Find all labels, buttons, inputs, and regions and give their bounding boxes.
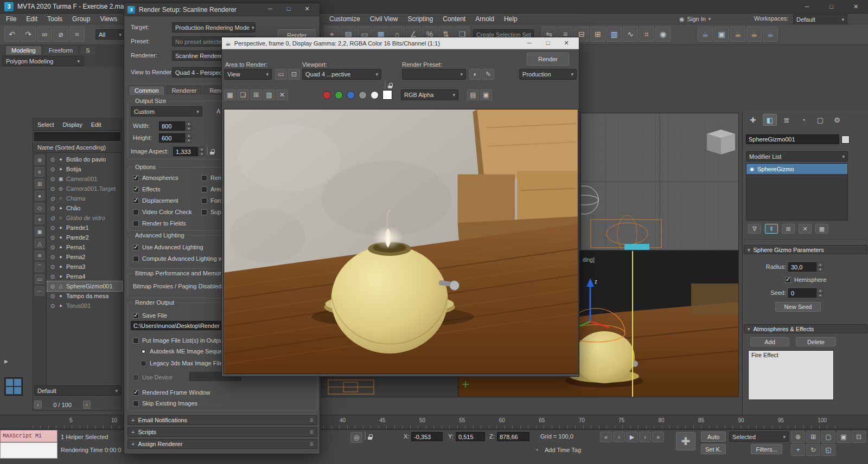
- undo-icon[interactable]: ↶: [4, 27, 20, 42]
- seed-field[interactable]: 0: [788, 288, 816, 298]
- visibility-eye-icon[interactable]: [48, 274, 57, 280]
- render-preset-dropdown[interactable]: [402, 69, 466, 80]
- zoom-region-icon[interactable]: ⊡: [852, 431, 866, 443]
- object-color-swatch[interactable]: [841, 136, 850, 144]
- filter-bones-icon[interactable]: ⌒: [35, 262, 44, 272]
- width-spinner[interactable]: [186, 121, 192, 131]
- visibility-eye-icon[interactable]: [48, 157, 57, 163]
- display-tab-icon[interactable]: ▢: [813, 114, 827, 126]
- go-to-start-icon[interactable]: «: [600, 431, 612, 442]
- auto-key-button[interactable]: Auto: [701, 431, 726, 442]
- area-to-render-dropdown[interactable]: View: [224, 69, 272, 80]
- set-key-button[interactable]: Set K.: [701, 444, 726, 454]
- use-device-checkbox[interactable]: Use Device: [133, 373, 173, 382]
- rfw-titlebar[interactable]: Perspective, frame 0, Display Gamma: 2,2…: [222, 37, 579, 49]
- visibility-eye-icon[interactable]: [48, 205, 57, 211]
- filter-groups-icon[interactable]: ▭: [35, 274, 44, 284]
- background-color-swatch[interactable]: [382, 90, 392, 100]
- production-dropdown[interactable]: Production: [519, 69, 577, 80]
- visibility-eye-icon[interactable]: [48, 244, 57, 250]
- option-checkbox[interactable]: Displacement: [133, 196, 192, 205]
- object-name-field[interactable]: SphereGizmo001: [746, 134, 839, 144]
- key-mode-toggle-button[interactable]: ✚: [676, 432, 695, 450]
- render-setup-icon[interactable]: ☕: [698, 27, 713, 42]
- schematic-view-icon[interactable]: ⌗: [639, 27, 654, 42]
- image-sequence-radio[interactable]: Legacy 3ds Max Image File: [141, 359, 223, 368]
- new-seed-button[interactable]: New Seed: [775, 302, 821, 312]
- visibility-eye-icon[interactable]: [48, 293, 57, 299]
- put-image-file-list-checkbox[interactable]: Put Image File List(s) in Output: [133, 336, 225, 345]
- channel-display-dropdown[interactable]: RGB Alpha: [401, 89, 458, 100]
- show-end-result-icon[interactable]: ‖: [765, 224, 778, 234]
- menu-item[interactable]: Help: [499, 15, 522, 23]
- select-and-link-icon[interactable]: ∞: [37, 27, 52, 42]
- collapsed-rollout[interactable]: Scripts: [127, 427, 317, 437]
- redo-icon[interactable]: ↷: [21, 27, 36, 42]
- maximize-dialog-button[interactable]: [279, 3, 298, 14]
- ribbon-tab[interactable]: S: [80, 46, 95, 55]
- rfw-render-button[interactable]: Render: [527, 53, 569, 66]
- add-time-tag[interactable]: Add Time Tag: [545, 447, 581, 453]
- pan-view-icon[interactable]: +: [791, 444, 805, 456]
- height-field[interactable]: 600: [159, 133, 185, 143]
- sign-in-button[interactable]: ◉ Sign In: [679, 14, 711, 24]
- isolate-selection-toggle[interactable]: ◎: [350, 432, 362, 443]
- radius-spinner[interactable]: [817, 262, 824, 272]
- filter-shapes-icon[interactable]: ◇: [35, 203, 44, 212]
- option-checkbox[interactable]: Compute Advanced Lighting wh: [133, 254, 226, 263]
- maximize-rfw-button[interactable]: [539, 37, 557, 48]
- viewport-top[interactable]: [580, 113, 739, 250]
- modifier-list-dropdown[interactable]: Modifier List: [746, 151, 848, 162]
- filter-geometry-icon[interactable]: ●: [35, 191, 44, 201]
- make-unique-icon[interactable]: ⊞: [782, 224, 795, 234]
- image-sequence-radio[interactable]: Autodesk ME Image Seque: [141, 347, 223, 356]
- visibility-eye-icon[interactable]: [48, 186, 57, 192]
- toggle-ui-overlays-icon[interactable]: ▤: [467, 89, 479, 100]
- skip-existing-images-checkbox[interactable]: Skip Existing Images: [133, 399, 197, 408]
- explorer-column-header[interactable]: Name (Sorted Ascending): [33, 143, 123, 153]
- option-checkbox[interactable]: Atmospherics: [133, 173, 192, 182]
- scene-object-row[interactable]: ◎ Camera001.Target: [47, 184, 122, 194]
- visibility-eye-icon[interactable]: [48, 166, 57, 172]
- orbit-icon[interactable]: ↻: [806, 444, 820, 456]
- edit-region-icon[interactable]: ▭: [275, 69, 287, 80]
- play-icon[interactable]: ▶: [626, 431, 638, 442]
- ribbon-tab[interactable]: Modeling: [5, 46, 42, 55]
- visibility-eye-icon[interactable]: [48, 254, 57, 260]
- selection-lock-toggle[interactable]: [365, 431, 366, 440]
- menu-item[interactable]: Arnold: [470, 15, 499, 23]
- scene-object-row[interactable]: ● Botija: [47, 164, 122, 174]
- z-coordinate-field[interactable]: 878,66: [497, 432, 529, 441]
- maxscript-mini-listener[interactable]: MAXScript Mi: [0, 430, 58, 442]
- image-aspect-spinner[interactable]: [199, 147, 205, 156]
- option-checkbox[interactable]: Video Color Check: [133, 208, 192, 216]
- visibility-eye-icon[interactable]: [48, 235, 57, 241]
- scene-object-row[interactable]: ● Chão: [47, 203, 122, 213]
- panel-expand-arrow-icon[interactable]: [4, 357, 8, 365]
- curve-editor-icon[interactable]: ∿: [623, 27, 638, 42]
- polygon-modeling-section[interactable]: Polygon Modeling: [2, 56, 84, 66]
- explorer-search-input[interactable]: [34, 132, 120, 141]
- atmospheres-effects-rollout[interactable]: Atmospheres & Effects: [744, 324, 867, 333]
- visibility-eye-icon[interactable]: [48, 176, 57, 182]
- snapshot-icon[interactable]: ▣: [480, 89, 492, 100]
- render-online-icon[interactable]: ☕: [763, 27, 778, 42]
- toggle-ribbon-icon[interactable]: ▥: [607, 27, 622, 42]
- green-channel-icon[interactable]: [335, 91, 343, 99]
- explorer-more-icon[interactable]: ⋯: [35, 286, 44, 296]
- aspect-lock-icon[interactable]: [207, 146, 208, 155]
- hemisphere-checkbox[interactable]: Hemisphere: [785, 275, 826, 284]
- workspaces-dropdown[interactable]: Default: [793, 14, 847, 24]
- explorer-pick-icon[interactable]: ⊕: [35, 155, 44, 165]
- filter-lights-icon[interactable]: ☀: [35, 215, 44, 224]
- frame-prev-button[interactable]: ‹: [34, 401, 42, 409]
- render-setup-tab[interactable]: Renderer: [166, 86, 203, 95]
- pin-stack-icon[interactable]: ∇: [748, 224, 761, 234]
- scene-object-row[interactable]: ● Perna3: [47, 262, 122, 272]
- menu-item[interactable]: File: [1, 15, 21, 23]
- ribbon-tab[interactable]: Freeform: [43, 46, 79, 55]
- render-setup-titlebar[interactable]: Render Setup: Scanline Renderer: [124, 3, 320, 16]
- width-field[interactable]: 800: [159, 121, 185, 131]
- toggle-layer-explorer-icon[interactable]: ⊞: [590, 27, 605, 42]
- blue-channel-icon[interactable]: [347, 91, 355, 99]
